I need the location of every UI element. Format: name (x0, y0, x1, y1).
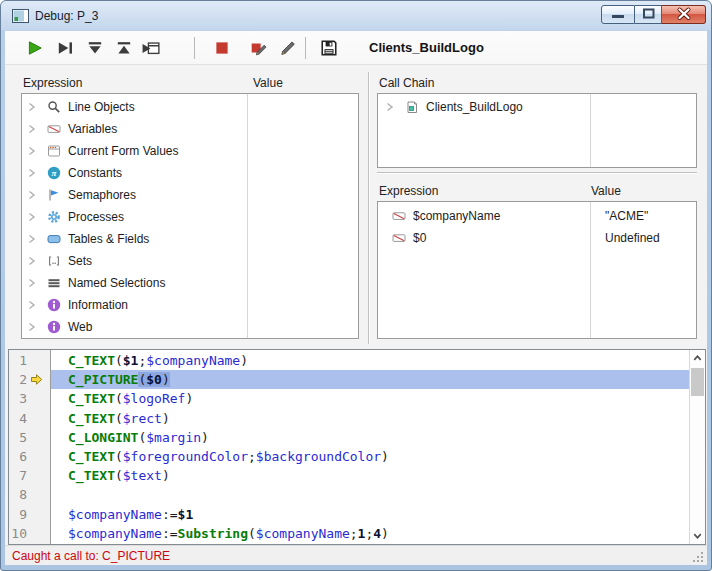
minimize-button[interactable] (601, 5, 635, 24)
step-into-button[interactable] (84, 36, 108, 60)
chevron-right-icon[interactable] (28, 300, 38, 310)
line-number[interactable]: 1 (9, 353, 27, 368)
tree-item-information[interactable]: Information (22, 294, 358, 316)
maximize-button[interactable] (635, 5, 662, 24)
call-chain-list: Clients_BuildLogo (378, 94, 696, 118)
code-token: ( (115, 411, 123, 426)
code-token: ) (201, 430, 209, 445)
chevron-right-icon[interactable] (386, 102, 396, 112)
call-chain-item-label: Clients_BuildLogo (426, 100, 523, 114)
arrow-slot (30, 508, 46, 521)
step-out-button[interactable] (113, 36, 137, 60)
code-token: ) (381, 449, 389, 464)
call-chain-column-divider[interactable] (590, 94, 591, 167)
code-line-3[interactable]: C_TEXT($logoRef) (51, 389, 689, 408)
chevron-right-icon[interactable] (28, 212, 38, 222)
code-token: ( (115, 391, 123, 406)
continue-button[interactable] (24, 36, 48, 60)
code-line-7[interactable]: C_TEXT($text) (51, 466, 689, 485)
call-chain-item-clients-buildlogo[interactable]: Clients_BuildLogo (380, 96, 696, 118)
close-button[interactable] (662, 5, 706, 24)
tree-item-named-selections[interactable]: Named Selections (22, 272, 358, 294)
scrollbar-thumb[interactable] (691, 368, 704, 396)
code-line-8[interactable] (51, 485, 689, 504)
tree-item-processes[interactable]: Processes (22, 206, 358, 228)
tree-item-line-objects[interactable]: Line Objects (22, 96, 358, 118)
chevron-right-icon[interactable] (28, 168, 38, 178)
chevron-right-icon[interactable] (28, 146, 38, 156)
edit-button[interactable] (277, 36, 301, 60)
arrow-slot (30, 412, 46, 425)
close-icon (663, 5, 705, 25)
gutter-line-3[interactable]: 3 (9, 389, 50, 408)
code-line-9[interactable]: $companyName:=$1 (51, 505, 689, 524)
chevron-right-icon[interactable] (28, 278, 38, 288)
gutter-line-1[interactable]: 1 (9, 351, 50, 370)
save-settings-button[interactable] (318, 36, 342, 60)
line-number[interactable]: 10 (9, 526, 27, 541)
code-token: $companyName (68, 526, 162, 541)
watch-column-divider[interactable] (590, 202, 591, 338)
scroll-down-button[interactable] (690, 528, 705, 543)
editor-scrollbar[interactable] (689, 350, 705, 544)
abort-and-edit-button[interactable] (248, 36, 272, 60)
code-line-10[interactable]: $companyName:=Substring($companyName;1;4… (51, 524, 689, 543)
gutter-line-4[interactable]: 4 (9, 409, 50, 428)
line-number[interactable]: 8 (9, 487, 27, 502)
tree-item-sets[interactable]: Sets (22, 250, 358, 272)
tree-item-variables[interactable]: Variables (22, 118, 358, 140)
line-number[interactable]: 2 (9, 372, 27, 387)
gutter-line-2[interactable]: 2 (9, 370, 50, 389)
tree-item-semaphores[interactable]: Semaphores (22, 184, 358, 206)
chevron-right-icon[interactable] (28, 256, 38, 266)
code-line-1[interactable]: C_TEXT($1;$companyName) (51, 351, 689, 370)
vertical-splitter[interactable] (368, 72, 370, 344)
line-number[interactable]: 4 (9, 411, 27, 426)
line-number[interactable]: 7 (9, 468, 27, 483)
chevron-right-icon[interactable] (28, 322, 38, 332)
set-icon (47, 254, 61, 268)
chevron-right-icon[interactable] (28, 102, 38, 112)
code-line-2[interactable]: C_PICTURE($0) (51, 370, 689, 389)
tree-item-label: Tables & Fields (68, 232, 149, 246)
gutter-line-9[interactable]: 9 (9, 505, 50, 524)
line-number[interactable]: 6 (9, 449, 27, 464)
tree-item-web[interactable]: Web (22, 316, 358, 338)
scroll-up-button[interactable] (690, 351, 705, 366)
title-bar[interactable]: Debug: P_3 (1, 1, 711, 31)
gutter-line-7[interactable]: 7 (9, 466, 50, 485)
tree-item-current-form-values[interactable]: Current Form Values (22, 140, 358, 162)
watch-row-0[interactable]: $0Undefined (378, 227, 696, 249)
status-message: Caught a call to: C_PICTURE (12, 546, 170, 566)
line-number[interactable]: 5 (9, 430, 27, 445)
chevron-right-icon[interactable] (28, 190, 38, 200)
gutter-line-8[interactable]: 8 (9, 485, 50, 504)
code-line-6[interactable]: C_TEXT($foregroundColor;$backgroundColor… (51, 447, 689, 466)
chevron-right-icon[interactable] (28, 234, 38, 244)
gutter-line-5[interactable]: 5 (9, 428, 50, 447)
arrow-slot (30, 354, 46, 367)
abort-button[interactable] (211, 36, 235, 60)
left-panel-column-divider[interactable] (247, 94, 248, 338)
horizontal-splitter[interactable] (377, 172, 697, 174)
tree-item-constants[interactable]: πConstants (22, 162, 358, 184)
code-token: $text (123, 468, 162, 483)
step-into-process-button[interactable] (140, 36, 164, 60)
gutter-line-6[interactable]: 6 (9, 447, 50, 466)
step-over-button[interactable] (54, 36, 78, 60)
named-selection-icon (47, 276, 61, 290)
code-line-4[interactable]: C_TEXT($rect) (51, 409, 689, 428)
line-number[interactable]: 3 (9, 391, 27, 406)
code-token: 4 (373, 526, 381, 541)
code-line-5[interactable]: C_LONGINT($margin) (51, 428, 689, 447)
code-editor[interactable]: 12345678910 C_TEXT($1;$companyName)C_PIC… (8, 349, 706, 545)
chevron-right-icon[interactable] (28, 124, 38, 134)
watch-row-companyname[interactable]: $companyName"ACME" (378, 205, 696, 227)
line-number[interactable]: 9 (9, 507, 27, 522)
resize-grip-icon[interactable] (692, 550, 705, 563)
arrow-slot (30, 527, 46, 540)
gutter-line-10[interactable]: 10 (9, 524, 50, 543)
maximize-icon (636, 5, 661, 25)
tree-item-tables-fields[interactable]: Tables & Fields (22, 228, 358, 250)
watch-panel: $companyName"ACME"$0Undefined (377, 201, 697, 339)
